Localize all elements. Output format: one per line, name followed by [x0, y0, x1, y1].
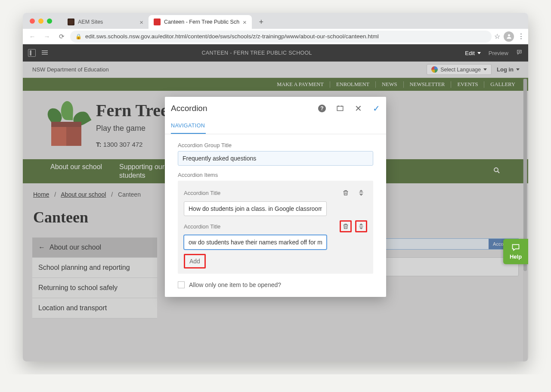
accordion-item-row: Accordion Title — [184, 220, 367, 250]
fullscreen-icon[interactable] — [336, 105, 344, 112]
close-tab-icon[interactable]: × — [243, 19, 247, 26]
svg-point-0 — [508, 34, 510, 37]
address-bar[interactable]: 🔒 edit.sws.schools.nsw.gov.au/editor.htm… — [70, 31, 492, 43]
tab-canteen[interactable]: Canteen - Fern Tree Public Sch × — [149, 15, 252, 29]
reorder-item-icon[interactable] — [355, 187, 367, 199]
crumb-canteen: Canteen — [118, 191, 141, 198]
accordion-item-title-input[interactable] — [184, 235, 327, 250]
tab-aem-sites[interactable]: AEM Sites × — [62, 15, 149, 29]
chevron-down-icon — [483, 68, 487, 71]
browser-toolbar: ← → ⟳ 🔒 edit.sws.schools.nsw.gov.au/edit… — [23, 29, 528, 44]
nav-gallery[interactable]: GALLERY — [484, 81, 521, 88]
favicon-canteen — [154, 19, 161, 25]
side-navigation: About our school School planning and rep… — [32, 238, 157, 318]
tab-navigation[interactable]: NAVIGATION — [171, 118, 206, 134]
accordion-item-row: Accordion Title — [184, 187, 367, 216]
reload-button[interactable]: ⟳ — [56, 31, 68, 43]
school-logo — [49, 100, 84, 148]
language-selector[interactable]: Select Language — [427, 64, 492, 75]
svg-point-1 — [494, 168, 498, 172]
aem-editor-toolbar: CANTEEN - FERN TREE PUBLIC SCHOOL Edit P… — [23, 44, 528, 62]
accordion-items-multifield: Accordion Title — [178, 181, 373, 274]
chevron-down-icon — [477, 52, 481, 54]
login-link[interactable]: Log in — [497, 66, 520, 73]
utility-nav: MAKE A PAYMENT ENROLMENT NEWS NEWSLETTER… — [23, 78, 528, 91]
dept-label: NSW Department of Education — [32, 66, 109, 73]
nav-about-our-school[interactable]: About our school — [50, 163, 102, 180]
checkbox-icon[interactable] — [178, 281, 185, 288]
allow-one-label: Allow only one item to be opened? — [189, 281, 281, 288]
nav-news[interactable]: NEWS — [376, 81, 403, 88]
nav-make-payment[interactable]: MAKE A PAYMENT — [271, 81, 330, 88]
mode-selector[interactable]: Edit — [465, 50, 480, 56]
sidenav-back-about[interactable]: About our school — [32, 238, 157, 258]
vertical-scrollbar[interactable] — [523, 79, 527, 361]
item-title-label: Accordion Title — [184, 190, 220, 196]
new-tab-button[interactable]: + — [255, 16, 267, 28]
items-label: Accordion Items — [178, 172, 373, 178]
minimize-window[interactable] — [38, 19, 43, 24]
bookmark-star-icon[interactable]: ☆ — [494, 32, 500, 40]
page-info-icon[interactable] — [41, 49, 49, 57]
url-text: edit.sws.schools.nsw.gov.au/editor.html/… — [85, 33, 379, 40]
nav-supporting-students[interactable]: Supporting our students — [119, 163, 164, 180]
tab-title: AEM Sites — [78, 19, 103, 25]
svg-rect-2 — [337, 106, 343, 111]
school-tagline: Play the game — [96, 124, 168, 133]
crumb-home[interactable]: Home — [33, 191, 49, 198]
chat-icon — [511, 243, 521, 252]
help-tab[interactable]: Help — [503, 239, 528, 264]
tab-title: Canteen - Fern Tree Public Sch — [164, 19, 239, 25]
dialog-title: Accordion — [171, 104, 318, 113]
profile-avatar-icon[interactable] — [504, 31, 514, 42]
forward-button[interactable]: → — [41, 31, 53, 43]
nav-newsletter[interactable]: NEWSLETTER — [404, 81, 452, 88]
reorder-item-icon[interactable] — [355, 220, 367, 232]
annotate-icon[interactable] — [516, 49, 523, 57]
search-icon[interactable] — [493, 167, 501, 176]
add-item-button[interactable]: Add — [185, 255, 204, 267]
add-item-highlight: Add — [184, 254, 206, 269]
sidenav-item[interactable]: Returning to school safely — [32, 278, 157, 298]
accordion-group-title-input[interactable] — [178, 151, 373, 166]
lock-icon: 🔒 — [75, 34, 82, 40]
accordion-dialog: Accordion ? ✕ ✓ NAVIGATION Accordion Gro… — [165, 97, 386, 297]
nav-events[interactable]: EVENTS — [451, 81, 484, 88]
government-strip: NSW Department of Education Select Langu… — [23, 62, 528, 78]
school-phone: T: 1300 307 472 — [96, 141, 168, 148]
sidenav-item[interactable]: School planning and reporting — [32, 258, 157, 278]
delete-item-icon[interactable] — [340, 187, 352, 199]
close-dialog-icon[interactable]: ✕ — [354, 105, 362, 112]
help-icon[interactable]: ? — [318, 105, 326, 112]
item-title-label: Accordion Title — [184, 223, 220, 230]
sidenav-item[interactable]: Location and transport — [32, 298, 157, 318]
window-controls[interactable] — [27, 13, 55, 29]
delete-item-icon[interactable] — [340, 220, 352, 232]
close-window[interactable] — [30, 19, 35, 24]
favicon-aem — [68, 19, 74, 25]
aem-page-title: CANTEEN - FERN TREE PUBLIC SCHOOL — [49, 50, 465, 56]
crumb-about[interactable]: About our school — [61, 191, 106, 198]
maximize-window[interactable] — [47, 19, 52, 24]
accordion-item-title-input[interactable] — [184, 201, 327, 216]
chevron-down-icon — [516, 68, 520, 71]
close-tab-icon[interactable]: × — [139, 19, 143, 26]
confirm-dialog-icon[interactable]: ✓ — [372, 105, 380, 112]
browser-tabbar: AEM Sites × Canteen - Fern Tree Public S… — [23, 13, 528, 29]
browser-menu-icon[interactable]: ⋮ — [517, 32, 525, 41]
side-panel-icon[interactable] — [28, 49, 36, 57]
preview-button[interactable]: Preview — [489, 50, 508, 56]
school-name: Fern Tree — [96, 100, 168, 120]
allow-one-open-row[interactable]: Allow only one item to be opened? — [178, 281, 373, 288]
group-title-label: Accordion Group Title — [178, 142, 373, 148]
nav-enrolment[interactable]: ENROLMENT — [330, 81, 376, 88]
browser-window: AEM Sites × Canteen - Fern Tree Public S… — [23, 13, 528, 361]
google-translate-icon — [431, 66, 438, 73]
back-button[interactable]: ← — [26, 31, 38, 43]
